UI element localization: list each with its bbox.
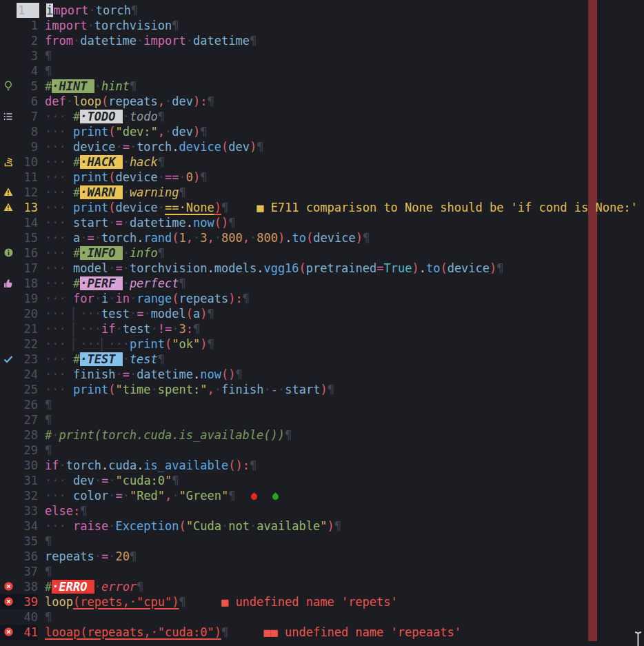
code-line[interactable]: 24··· finish·=·datetime.now()¶ <box>0 367 644 382</box>
sign-column <box>0 503 17 518</box>
error-icon <box>0 594 17 609</box>
sign-column <box>0 458 17 473</box>
code-text[interactable]: def·loop(repeats,·dev):¶ <box>38 94 214 109</box>
code-line[interactable]: 1import·torch¶ <box>0 3 644 18</box>
code-text[interactable]: ··· #·INFO ·info¶ <box>38 245 165 261</box>
code-line[interactable]: 18··· #·PERF ·perfect¶ <box>0 276 644 291</box>
code-text[interactable]: ··· dev·=·"cuda:0"¶ <box>38 473 179 488</box>
code-line[interactable]: 5#·HINT ·hint¶ <box>0 79 644 94</box>
code-text[interactable]: ··· print(device·==·None)¶■ E711 compari… <box>38 200 638 215</box>
code-text[interactable]: ¶ <box>38 443 52 458</box>
code-text[interactable]: ··· finish·=·datetime.now()¶ <box>38 367 243 382</box>
gutter: 38 <box>0 579 38 594</box>
code-line[interactable]: 16··· #·INFO ·info¶ <box>0 245 644 261</box>
code-line[interactable]: 3¶ <box>0 48 644 63</box>
code-text[interactable]: ··· a·=·torch.rand(1,·3,·800,·800).to(de… <box>38 230 370 245</box>
code-line[interactable]: 20··· ▏···test·=·model(a)¶ <box>0 306 644 321</box>
sign-column <box>0 518 17 534</box>
code-text[interactable]: ··· print("time·spent:",·finish·-·start)… <box>38 382 334 397</box>
code-line[interactable]: 12··· #·WARN ·warning¶ <box>0 185 644 200</box>
sign-column <box>0 63 17 79</box>
code-line[interactable]: 37¶ <box>0 564 644 579</box>
code-text[interactable]: #·print(torch.cuda.is_available())¶ <box>38 427 292 443</box>
code-line[interactable]: 32··· color·=·"Red",·"Green"¶ <box>0 488 644 503</box>
code-text[interactable]: ¶ <box>38 412 52 427</box>
code-line[interactable]: 4¶ <box>0 63 644 79</box>
code-text[interactable]: #·HINT ·hint¶ <box>38 79 137 94</box>
code-text[interactable]: ¶ <box>38 534 52 549</box>
code-text[interactable]: import·torchvision¶ <box>38 18 179 33</box>
code-line[interactable]: 38#·ERRO ·error¶ <box>0 579 644 594</box>
editor[interactable]: 1import·torch¶1import·torchvision¶2from·… <box>0 0 644 640</box>
line-number: 12 <box>17 185 38 200</box>
code-line[interactable]: 31··· dev·=·"cuda:0"¶ <box>0 473 644 488</box>
code-text[interactable]: ¶ <box>38 63 52 79</box>
code-line[interactable]: 29¶ <box>0 443 644 458</box>
gutter: 20 <box>0 306 38 321</box>
code-line[interactable]: 6def·loop(repeats,·dev):¶ <box>0 94 644 109</box>
code-line[interactable]: 8··· print("dev:",·dev)¶ <box>0 124 644 139</box>
code-line[interactable]: 40¶ <box>0 609 644 625</box>
code-text[interactable]: ¶ <box>38 48 52 63</box>
code-line[interactable]: 21··· ▏···if·test·!=·3:¶ <box>0 321 644 336</box>
code-line[interactable]: 36repeats·=·20¶ <box>0 549 644 564</box>
code-line[interactable]: 23··· #·TEST ·test¶ <box>0 352 644 367</box>
code-text[interactable]: loop(repets,·"cpu")¶■ undefined name 're… <box>38 594 398 609</box>
code-text[interactable]: ··· color·=·"Red",·"Green"¶ <box>38 488 279 503</box>
code-line[interactable]: 14··· start·=·datetime.now()¶ <box>0 215 644 230</box>
code-line[interactable]: 39loop(repets,·"cpu")¶■ undefined name '… <box>0 594 644 609</box>
code-line[interactable]: 33else:¶ <box>0 503 644 518</box>
code-text[interactable]: ··· for·i·in·range(repeats):¶ <box>38 291 250 306</box>
gutter: 10 <box>0 154 38 170</box>
code-line[interactable]: 9··· device·=·torch.device(dev)¶ <box>0 139 644 154</box>
line-number: 11 <box>17 170 38 185</box>
gutter: 36 <box>0 549 38 564</box>
code-line[interactable]: 2from·datetime·import·datetime¶ <box>0 33 644 48</box>
code-text[interactable]: ··· ▏···if·test·!=·3:¶ <box>38 321 200 336</box>
code-line[interactable]: 10··· #·HACK ·hack¶ <box>0 154 644 170</box>
code-text[interactable]: ··· ▏···▏···print("ok")¶ <box>38 336 214 352</box>
code-line[interactable]: 22··· ▏···▏···print("ok")¶ <box>0 336 644 352</box>
code-text[interactable]: ··· #·TODO ·todo¶ <box>38 109 165 124</box>
code-text[interactable]: ¶ <box>38 397 52 412</box>
sign-column <box>0 48 17 63</box>
code-line[interactable]: 26¶ <box>0 397 644 412</box>
code-line[interactable]: 25··· print("time·spent:",·finish·-·star… <box>0 382 644 397</box>
code-line[interactable]: 35¶ <box>0 534 644 549</box>
code-text[interactable]: else:¶ <box>38 503 87 518</box>
code-text[interactable]: ··· ▏···test·=·model(a)¶ <box>38 306 214 321</box>
code-text[interactable]: ¶ <box>38 609 52 625</box>
line-number: 6 <box>17 94 38 109</box>
code-text[interactable]: ··· model·=·torchvision.models.vgg16(pre… <box>38 261 504 276</box>
code-line[interactable]: 19··· for·i·in·range(repeats):¶ <box>0 291 644 306</box>
code-text[interactable]: ¶ <box>38 564 52 579</box>
code-text[interactable]: ··· print(device·==·0)¶ <box>38 170 208 185</box>
code-text[interactable]: #·ERRO ·error¶ <box>38 579 143 594</box>
code-line[interactable]: 15··· a·=·torch.rand(1,·3,·800,·800).to(… <box>0 230 644 245</box>
sign-column <box>0 382 17 397</box>
diagnostic-message: ■ undefined name 'repets' <box>221 595 398 609</box>
code-line[interactable]: 30if·torch.cuda.is_available():¶ <box>0 458 644 473</box>
code-text[interactable]: ··· #·PERF ·perfect¶ <box>38 276 186 291</box>
code-text[interactable]: ··· #·WARN ·warning¶ <box>38 185 186 200</box>
code-text[interactable]: ··· print("dev:",·dev)¶ <box>38 124 208 139</box>
code-line[interactable]: 17··· model·=·torchvision.models.vgg16(p… <box>0 261 644 276</box>
code-text[interactable]: looap(repeaats,·"cuda:0")¶■■ undefined n… <box>38 625 461 640</box>
code-text[interactable]: ··· start·=·datetime.now()¶ <box>38 215 235 230</box>
code-line[interactable]: 1import·torchvision¶ <box>0 18 644 33</box>
code-line[interactable]: 13··· print(device·==·None)¶■ E711 compa… <box>0 200 644 215</box>
code-text[interactable]: import·torch¶ <box>39 3 138 18</box>
code-line[interactable]: 7··· #·TODO ·todo¶ <box>0 109 644 124</box>
code-line[interactable]: 11··· print(device·==·0)¶ <box>0 170 644 185</box>
code-line[interactable]: 27¶ <box>0 412 644 427</box>
code-text[interactable]: ··· device·=·torch.device(dev)¶ <box>38 139 263 154</box>
code-line[interactable]: 28#·print(torch.cuda.is_available())¶ <box>0 427 644 443</box>
code-line[interactable]: 34··· raise·Exception("Cuda·not·availabl… <box>0 518 644 534</box>
code-text[interactable]: repeats·=·20¶ <box>38 549 137 564</box>
code-line[interactable]: 41looap(repeaats,·"cuda:0")¶■■ undefined… <box>0 625 644 640</box>
code-text[interactable]: ··· #·TEST ·test¶ <box>38 352 165 367</box>
code-text[interactable]: from·datetime·import·datetime¶ <box>38 33 256 48</box>
code-text[interactable]: if·torch.cuda.is_available():¶ <box>38 458 256 473</box>
code-text[interactable]: ··· raise·Exception("Cuda·not·available"… <box>38 518 341 534</box>
code-text[interactable]: ··· #·HACK ·hack¶ <box>38 154 165 170</box>
